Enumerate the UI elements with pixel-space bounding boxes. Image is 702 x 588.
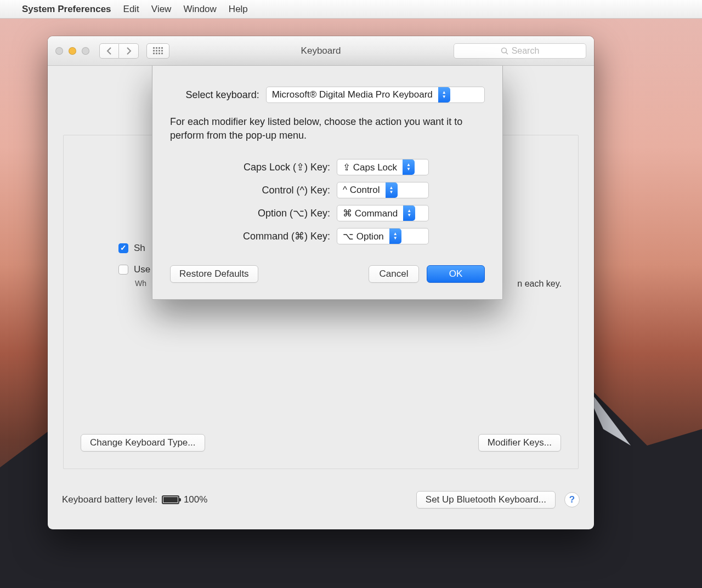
control-key-value: ^ Control: [337, 185, 386, 196]
control-key-popup[interactable]: ^ Control ▲▼: [337, 182, 429, 198]
hint-text-left: Wh: [135, 279, 146, 288]
search-field[interactable]: Search: [454, 43, 586, 59]
window-titlebar: Keyboard Search: [48, 36, 594, 66]
popup-arrows-icon: ▲▼: [403, 159, 415, 175]
use-checkbox[interactable]: [118, 265, 128, 275]
checkbox-row-show: Sh: [118, 243, 145, 254]
option-key-popup[interactable]: ⌘ Command ▲▼: [337, 205, 429, 221]
ok-button[interactable]: OK: [427, 265, 485, 283]
restore-defaults-button[interactable]: Restore Defaults: [170, 265, 258, 283]
search-icon: [501, 47, 508, 55]
nav-back-button[interactable]: [99, 43, 119, 59]
setup-bluetooth-keyboard-button[interactable]: Set Up Bluetooth Keyboard...: [416, 491, 556, 509]
system-preferences-window: Keyboard Search Sh Use Wh n each key. Ch…: [48, 36, 594, 529]
popup-arrows-icon: ▲▼: [403, 205, 415, 221]
zoom-button[interactable]: [82, 47, 89, 55]
status-row: Keyboard battery level: 100% Set Up Blue…: [62, 491, 580, 509]
nav-group: [99, 43, 139, 59]
hint-text-right: n each key.: [517, 279, 562, 289]
battery-label: Keyboard battery level:: [62, 494, 157, 505]
capslock-key-value: ⇪ Caps Lock: [337, 162, 403, 173]
checkbox-row-use: Use: [118, 264, 150, 275]
popup-arrows-icon: ▲▼: [386, 182, 398, 198]
capslock-key-label: Caps Lock (⇪) Key:: [170, 161, 330, 173]
menubar-app-name[interactable]: System Preferences: [22, 4, 111, 15]
menubar-item-edit[interactable]: Edit: [123, 4, 139, 15]
menubar-item-help[interactable]: Help: [229, 4, 248, 15]
change-keyboard-type-button[interactable]: Change Keyboard Type...: [81, 434, 205, 452]
use-checkbox-label: Use: [134, 264, 150, 275]
svg-point-0: [501, 48, 506, 53]
command-key-value: ⌥ Option: [337, 231, 389, 242]
grid-icon: [153, 47, 163, 54]
search-placeholder: Search: [512, 46, 540, 56]
battery-icon: [162, 495, 179, 504]
show-all-button[interactable]: [146, 43, 169, 59]
sheet-description: For each modifier key listed below, choo…: [170, 115, 485, 142]
close-button[interactable]: [55, 47, 63, 55]
cancel-button[interactable]: Cancel: [369, 265, 419, 283]
help-button[interactable]: ?: [564, 492, 580, 507]
popup-arrows-icon: ▲▼: [438, 87, 450, 102]
nav-forward-button[interactable]: [119, 43, 139, 59]
popup-arrows-icon: ▲▼: [389, 229, 401, 244]
select-keyboard-popup[interactable]: Microsoft® Digital Media Pro Keyboard ▲▼: [266, 87, 485, 103]
minimize-button[interactable]: [69, 47, 76, 55]
chevron-right-icon: [126, 47, 132, 55]
menubar-item-window[interactable]: Window: [183, 4, 216, 15]
chevron-left-icon: [106, 47, 112, 55]
modifier-keys-button[interactable]: Modifier Keys...: [478, 434, 561, 452]
select-keyboard-label: Select keyboard:: [170, 89, 259, 101]
modifier-keys-sheet: Select keyboard: Microsoft® Digital Medi…: [152, 66, 503, 300]
battery-percent: 100%: [184, 494, 207, 505]
traffic-lights: [55, 47, 89, 55]
svg-line-1: [506, 52, 508, 54]
control-key-label: Control (^) Key:: [170, 185, 330, 196]
command-key-label: Command (⌘) Key:: [170, 230, 330, 242]
show-checkbox-label: Sh: [134, 243, 145, 254]
show-checkbox[interactable]: [118, 243, 128, 253]
capslock-key-popup[interactable]: ⇪ Caps Lock ▲▼: [337, 159, 429, 175]
menubar-item-view[interactable]: View: [151, 4, 172, 15]
select-keyboard-value: Microsoft® Digital Media Pro Keyboard: [267, 89, 438, 100]
menubar: System Preferences Edit View Window Help: [0, 0, 702, 19]
option-key-value: ⌘ Command: [337, 208, 403, 219]
option-key-label: Option (⌥) Key:: [170, 207, 330, 219]
command-key-popup[interactable]: ⌥ Option ▲▼: [337, 228, 429, 244]
